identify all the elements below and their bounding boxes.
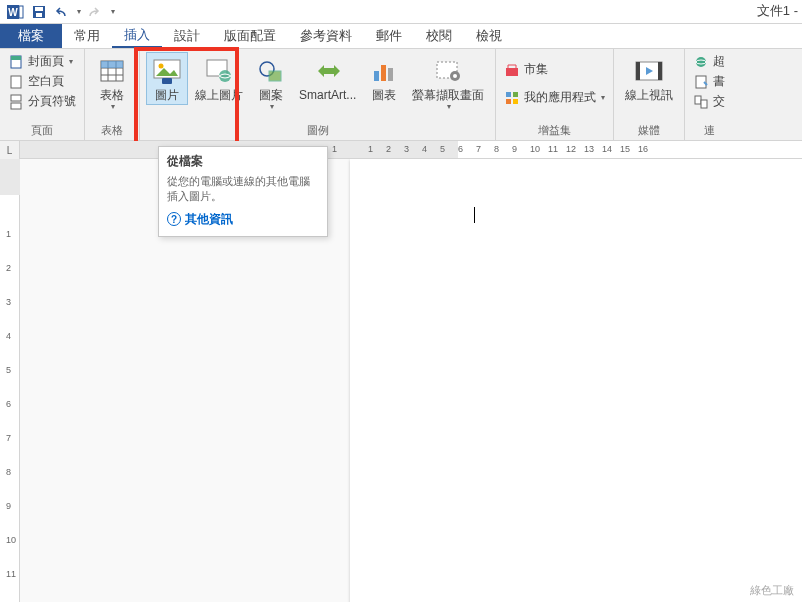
group-media-label: 媒體 xyxy=(620,121,678,140)
cover-page-icon xyxy=(8,54,24,70)
ruler-h-number: 4 xyxy=(422,144,427,154)
tooltip-title: 從檔案 xyxy=(167,153,319,170)
ruler-h-number: 10 xyxy=(530,144,540,154)
tab-design[interactable]: 設計 xyxy=(162,24,212,48)
tab-mailings[interactable]: 郵件 xyxy=(364,24,414,48)
tab-layout[interactable]: 版面配置 xyxy=(212,24,288,48)
help-icon: ? xyxy=(167,212,181,226)
ruler-h-number: 3 xyxy=(404,144,409,154)
online-pictures-icon xyxy=(203,55,235,87)
ruler-h-number: 13 xyxy=(584,144,594,154)
chevron-down-icon: ▾ xyxy=(270,102,274,111)
svg-rect-24 xyxy=(374,71,379,81)
word-app-icon[interactable]: W xyxy=(4,1,26,23)
ruler-h-number: 14 xyxy=(602,144,612,154)
shapes-button[interactable]: 圖案 ▾ xyxy=(250,52,292,114)
qat-customize-icon[interactable]: ▾ xyxy=(111,7,115,16)
cover-page-button[interactable]: 封面頁▾ xyxy=(6,52,78,71)
table-label: 表格 xyxy=(100,89,124,102)
group-addins: 市集 我的應用程式▾ 增益集 xyxy=(496,49,614,140)
chart-button[interactable]: 圖表 xyxy=(363,52,405,105)
tab-file[interactable]: 檔案 xyxy=(0,24,62,48)
svg-text:W: W xyxy=(8,7,18,18)
save-icon[interactable] xyxy=(28,1,50,23)
hyperlink-icon xyxy=(693,54,709,70)
cover-page-label: 封面頁 xyxy=(28,53,64,70)
chevron-down-icon: ▾ xyxy=(111,102,115,111)
tab-view[interactable]: 檢視 xyxy=(464,24,514,48)
table-icon xyxy=(96,55,128,87)
group-pages: 封面頁▾ 空白頁 分頁符號 頁面 xyxy=(0,49,85,140)
smartart-button[interactable]: SmartArt... xyxy=(294,52,361,105)
svg-rect-34 xyxy=(513,99,518,104)
text-cursor xyxy=(474,207,475,223)
svg-rect-31 xyxy=(506,92,511,97)
page-canvas[interactable]: 綠色工廠 xyxy=(20,159,802,602)
ruler-horizontal[interactable]: L 65432112345678910111213141516 xyxy=(0,141,802,159)
shapes-icon xyxy=(255,55,287,87)
store-button[interactable]: 市集 xyxy=(502,60,607,79)
crossref-button[interactable]: 交 xyxy=(691,92,727,111)
online-pictures-button[interactable]: 線上圖片 xyxy=(190,52,248,105)
ruler-v-number: 2 xyxy=(6,263,11,273)
pictures-button[interactable]: 圖片 xyxy=(146,52,188,105)
svg-point-18 xyxy=(159,64,164,69)
svg-rect-36 xyxy=(636,62,640,80)
my-apps-button[interactable]: 我的應用程式▾ xyxy=(502,88,607,107)
blank-page-label: 空白頁 xyxy=(28,73,64,90)
ruler-h-number: 11 xyxy=(548,144,558,154)
tab-references[interactable]: 參考資料 xyxy=(288,24,364,48)
svg-rect-9 xyxy=(11,95,21,101)
tooltip-description: 從您的電腦或連線的其他電腦插入圖片。 xyxy=(167,174,319,205)
watermark-text: 綠色工廠 xyxy=(750,583,794,598)
ruler-h-number: 12 xyxy=(566,144,576,154)
table-button[interactable]: 表格 ▾ xyxy=(91,52,133,114)
document-page[interactable] xyxy=(350,159,802,602)
page-break-label: 分頁符號 xyxy=(28,93,76,110)
pictures-icon xyxy=(151,55,183,87)
group-links: 超 書 交 連 xyxy=(685,49,733,140)
ruler-v-number: 10 xyxy=(6,535,16,545)
svg-rect-2 xyxy=(19,6,23,18)
svg-rect-33 xyxy=(506,99,511,104)
blank-page-icon xyxy=(8,74,24,90)
page-break-button[interactable]: 分頁符號 xyxy=(6,92,78,111)
svg-rect-8 xyxy=(11,76,21,88)
chart-icon xyxy=(368,55,400,87)
online-video-button[interactable]: 線上視訊 xyxy=(620,52,678,105)
group-tables-label: 表格 xyxy=(91,121,133,140)
ruler-v-number: 6 xyxy=(6,399,11,409)
bookmark-button[interactable]: 書 xyxy=(691,72,727,91)
document-title: 文件1 - xyxy=(757,2,798,20)
svg-point-29 xyxy=(453,74,457,78)
tab-review[interactable]: 校閱 xyxy=(414,24,464,48)
blank-page-button[interactable]: 空白頁 xyxy=(6,72,78,91)
screenshot-button[interactable]: 螢幕擷取畫面 ▾ xyxy=(407,52,489,114)
screenshot-label: 螢幕擷取畫面 xyxy=(412,89,484,102)
ruler-v-number: 4 xyxy=(6,331,11,341)
undo-icon[interactable] xyxy=(52,1,74,23)
chart-label: 圖表 xyxy=(372,89,396,102)
ruler-v-number: 7 xyxy=(6,433,11,443)
ruler-h-number: 16 xyxy=(638,144,648,154)
chevron-down-icon: ▾ xyxy=(447,102,451,111)
quick-access-toolbar: W ▾ ▾ 文件1 - xyxy=(0,0,802,24)
group-illustrations: 圖片 線上圖片 圖案 ▾ SmartArt... 圖表 螢幕擷取畫面 xyxy=(140,49,496,140)
store-icon xyxy=(504,62,520,78)
redo-icon[interactable] xyxy=(81,1,103,23)
tab-insert[interactable]: 插入 xyxy=(112,24,162,48)
svg-rect-19 xyxy=(162,78,172,84)
svg-point-21 xyxy=(219,70,231,82)
svg-rect-30 xyxy=(506,68,518,76)
tooltip-help-link[interactable]: ? 其他資訊 xyxy=(167,211,319,228)
svg-rect-5 xyxy=(36,13,42,17)
ruler-vertical[interactable]: 123456789101112 xyxy=(0,159,20,602)
svg-rect-16 xyxy=(101,61,123,68)
tab-home[interactable]: 常用 xyxy=(62,24,112,48)
ruler-h-number: 1 xyxy=(332,144,337,154)
ruler-corner: L xyxy=(0,141,20,159)
ruler-v-number: 11 xyxy=(6,569,16,579)
svg-rect-25 xyxy=(381,65,386,81)
hyperlink-button[interactable]: 超 xyxy=(691,52,727,71)
ruler-h-track[interactable]: 65432112345678910111213141516 xyxy=(20,141,802,158)
